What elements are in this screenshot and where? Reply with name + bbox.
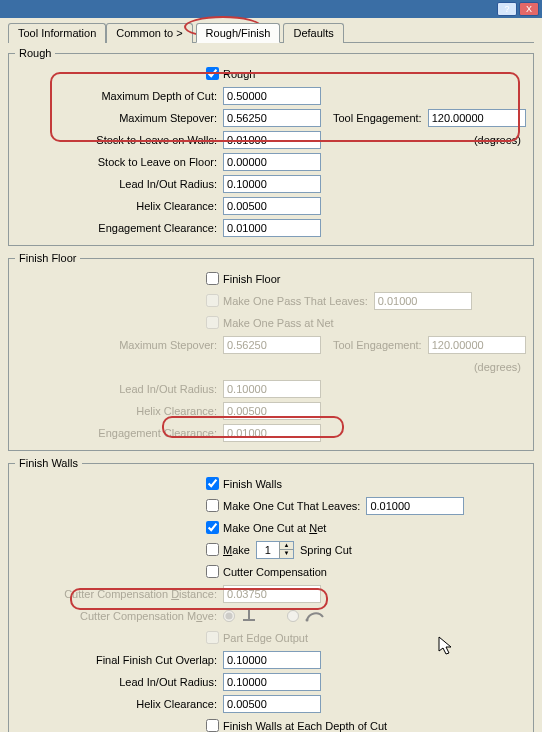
fw-make-label: Make <box>223 544 250 556</box>
ff-engagement-clr-label: Engagement Clearance: <box>15 427 223 439</box>
ff-one-pass-leaves-input <box>374 292 472 310</box>
fw-ccm-label: Cutter Compensation Move: <box>15 610 223 622</box>
rough-legend: Rough <box>15 47 55 59</box>
fw-one-cut-net-label: Make One Cut at Net <box>223 522 326 534</box>
tab-common-to[interactable]: Common to > <box>106 23 192 43</box>
finish-walls-enable-label: Finish Walls <box>223 478 282 490</box>
fw-helix-label: Helix Clearance: <box>15 698 223 710</box>
stock-floor-label: Stock to Leave on Floor: <box>15 156 223 168</box>
finish-floor-enable-checkbox[interactable] <box>206 272 219 285</box>
max-stepover-input[interactable] <box>223 109 321 127</box>
max-stepover-label: Maximum Stepover: <box>15 112 223 124</box>
ff-one-pass-net-checkbox <box>206 316 219 329</box>
finish-floor-group: Finish Floor Finish Floor Make One Pass … <box>8 252 534 451</box>
fw-make-count-spinner[interactable]: ▲ ▼ <box>256 541 294 559</box>
fw-ccd-label: Cutter Compensation Distance: <box>15 588 223 600</box>
tab-rough-finish[interactable]: Rough/Finish <box>196 23 281 43</box>
rough-engagement-clr-input[interactable] <box>223 219 321 237</box>
rough-group: Rough Rough Maximum Depth of Cut: Maximu… <box>8 47 534 246</box>
rough-engagement-clr-label: Engagement Clearance: <box>15 222 223 234</box>
tabstrip: Tool Information Common to > Rough/Finis… <box>8 22 534 43</box>
degrees-label: (degrees) <box>474 134 521 146</box>
fw-one-cut-net-checkbox[interactable] <box>206 521 219 534</box>
fw-one-cut-leaves-label: Make One Cut That Leaves: <box>223 500 360 512</box>
close-titlebar-button[interactable]: X <box>519 2 539 16</box>
max-depth-label: Maximum Depth of Cut: <box>15 90 223 102</box>
ff-tool-engagement-label: Tool Engagement: <box>333 339 422 351</box>
finish-walls-group: Finish Walls Finish Walls Make One Cut T… <box>8 457 534 732</box>
tab-defaults[interactable]: Defaults <box>283 23 343 43</box>
tool-engagement-label: Tool Engagement: <box>333 112 422 124</box>
fw-make-checkbox[interactable] <box>206 543 219 556</box>
ff-max-stepover-input <box>223 336 321 354</box>
rough-helix-label: Helix Clearance: <box>15 200 223 212</box>
ff-one-pass-leaves-checkbox <box>206 294 219 307</box>
ff-lead-radius-input <box>223 380 321 398</box>
fw-part-edge-checkbox <box>206 631 219 644</box>
rough-enable-checkbox[interactable] <box>206 67 219 80</box>
ff-lead-radius-label: Lead In/Out Radius: <box>15 383 223 395</box>
help-titlebar-button[interactable]: ? <box>497 2 517 16</box>
finish-floor-legend: Finish Floor <box>15 252 80 264</box>
rough-helix-input[interactable] <box>223 197 321 215</box>
fw-ccd-input <box>223 585 321 603</box>
spin-up-icon[interactable]: ▲ <box>279 542 293 550</box>
arc-icon <box>305 607 325 625</box>
ff-helix-input <box>223 402 321 420</box>
fw-lead-radius-input[interactable] <box>223 673 321 691</box>
fw-each-depth-checkbox[interactable] <box>206 719 219 732</box>
fw-ccm-arc-radio <box>287 610 299 622</box>
fw-overlap-input[interactable] <box>223 651 321 669</box>
ff-degrees-label: (degrees) <box>474 361 521 373</box>
ff-engagement-clr-input <box>223 424 321 442</box>
fw-lead-radius-label: Lead In/Out Radius: <box>15 676 223 688</box>
rough-lead-radius-label: Lead In/Out Radius: <box>15 178 223 190</box>
finish-floor-enable-label: Finish Floor <box>223 273 280 285</box>
stock-walls-input[interactable] <box>223 131 321 149</box>
fw-spring-cut-label: Spring Cut <box>300 544 352 556</box>
fw-helix-input[interactable] <box>223 695 321 713</box>
tab-tool-information[interactable]: Tool Information <box>8 23 106 43</box>
ff-one-pass-leaves-label: Make One Pass That Leaves: <box>223 295 368 307</box>
perpendicular-icon <box>241 607 257 625</box>
fw-part-edge-label: Part Edge Output <box>223 632 308 644</box>
fw-ccm-perp-radio <box>223 610 235 622</box>
svg-point-2 <box>306 618 309 621</box>
finish-walls-legend: Finish Walls <box>15 457 82 469</box>
fw-one-cut-leaves-input[interactable] <box>366 497 464 515</box>
ff-max-stepover-label: Maximum Stepover: <box>15 339 223 351</box>
rough-enable-label: Rough <box>223 68 255 80</box>
fw-one-cut-leaves-checkbox[interactable] <box>206 499 219 512</box>
ff-tool-engagement-input <box>428 336 526 354</box>
stock-floor-input[interactable] <box>223 153 321 171</box>
max-depth-input[interactable] <box>223 87 321 105</box>
tool-engagement-input[interactable] <box>428 109 526 127</box>
fw-each-depth-label: Finish Walls at Each Depth of Cut <box>223 720 387 732</box>
fw-make-count-input[interactable] <box>257 542 279 558</box>
ff-one-pass-net-label: Make One Pass at Net <box>223 317 334 329</box>
titlebar: ? X <box>0 0 542 18</box>
rough-lead-radius-input[interactable] <box>223 175 321 193</box>
stock-walls-label: Stock to Leave on Walls: <box>15 134 223 146</box>
fw-cutter-comp-checkbox[interactable] <box>206 565 219 578</box>
ff-helix-label: Helix Clearance: <box>15 405 223 417</box>
fw-cutter-comp-label: Cutter Compensation <box>223 566 327 578</box>
fw-overlap-label: Final Finish Cut Overlap: <box>15 654 223 666</box>
spin-down-icon[interactable]: ▼ <box>279 550 293 558</box>
finish-walls-enable-checkbox[interactable] <box>206 477 219 490</box>
